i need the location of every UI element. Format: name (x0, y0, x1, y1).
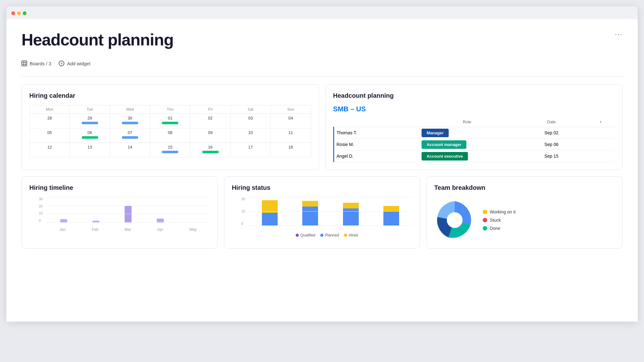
status-title: Hiring status (232, 184, 412, 191)
calendar-title: Hiring calendar (29, 92, 311, 99)
team-breakdown-content: Working on it Stuck Done (434, 197, 615, 241)
role-badge: Account manager (422, 140, 466, 149)
row-action (587, 139, 615, 150)
planned-dot (320, 234, 323, 237)
col-role: Role (418, 117, 516, 127)
cal-cell: 05 (30, 128, 70, 143)
cal-day-sun: Sun (271, 105, 311, 114)
headcount-table: Role Date + Thomas T. Manager Sep 02 (333, 117, 615, 162)
cal-cell: 17 (230, 143, 270, 157)
cal-cell: 13 (70, 143, 110, 157)
cal-cell: 02 (190, 114, 230, 128)
cal-cell: 12 (30, 143, 70, 157)
done-dot (483, 226, 487, 231)
legend-hired-label: Hired (349, 233, 358, 237)
working-label: Working on it (490, 209, 515, 214)
hired-bar (262, 200, 278, 213)
hired-bar (343, 203, 359, 208)
add-icon: + (59, 61, 64, 66)
x-label: Mar (125, 227, 131, 232)
svg-rect-1 (25, 62, 26, 63)
hiring-timeline-widget: Hiring timeline 30 20 10 0 (21, 176, 218, 248)
close-dot (11, 11, 15, 15)
cal-cell: 09 (190, 128, 230, 143)
legend-qualified: Qualified (296, 233, 315, 237)
legend-stuck: Stuck (483, 218, 515, 223)
timeline-chart: 30 20 10 0 (29, 197, 210, 232)
cal-day-thu: Thu (150, 105, 190, 114)
calendar-row: 05 06 07 08 09 10 11 (30, 128, 311, 143)
done-label: Done (490, 226, 500, 231)
cal-cell: 08 (150, 128, 190, 143)
svg-rect-3 (25, 64, 26, 65)
legend-working: Working on it (483, 209, 515, 214)
cal-cell: 11 (271, 128, 311, 143)
y-axis: 30 20 10 0 (39, 197, 43, 222)
date-cell: Sep 06 (516, 139, 587, 150)
planned-bar (383, 212, 399, 225)
add-widget-button[interactable]: + Add widget (59, 61, 90, 66)
x-label: Jan (60, 227, 66, 232)
x-axis: Jan Feb Mar Apr May (39, 227, 210, 232)
stuck-dot (483, 218, 487, 222)
y-label: 20 (39, 204, 43, 208)
status-legend: Qualified Planned Hired (241, 233, 412, 237)
role-badge: Account executive (422, 152, 468, 161)
cal-cell: 14 (110, 143, 150, 157)
role-badge: Manager (422, 129, 448, 137)
boards-icon (21, 61, 27, 66)
date-cell: Sep 02 (516, 127, 587, 139)
planned-bar (302, 207, 318, 225)
cal-cell: 07 (110, 128, 150, 143)
maximize-dot (23, 11, 27, 15)
timeline-title: Hiring timeline (29, 184, 210, 191)
cal-cell: 30 (110, 114, 150, 128)
legend-done: Done (483, 226, 515, 231)
boards-nav[interactable]: Boards / 3 (21, 61, 51, 66)
calendar-row: 28 29 30 01 02 03 04 (30, 114, 311, 128)
headcount-title: Headcount planning (333, 92, 615, 99)
hired-bar (383, 206, 399, 212)
calendar-row: 12 13 14 15 16 17 18 (30, 143, 311, 157)
y-label: 0 (39, 219, 43, 222)
y-axis: 20 10 0 (241, 197, 245, 225)
role-cell: Account manager (418, 139, 516, 150)
table-row: Thomas T. Manager Sep 02 (334, 127, 615, 139)
team-breakdown-title: Team breakdown (434, 184, 615, 191)
hiring-calendar-widget: Hiring calendar Mon Tue Wed Thu Fri Sat … (21, 84, 319, 170)
pie-center (447, 212, 463, 228)
x-label: May (189, 227, 197, 232)
planned-bar (262, 213, 278, 225)
qualified-dot (296, 234, 299, 237)
x-label: Feb (92, 227, 98, 232)
col-date: Date (516, 117, 587, 127)
person-name: Angel D. (334, 150, 418, 162)
cal-cell: 06 (70, 128, 110, 143)
table-row: Rosie M. Account manager Sep 06 (334, 139, 615, 150)
pie-chart (434, 200, 475, 241)
col-add[interactable]: + (587, 117, 615, 127)
divider (21, 76, 623, 77)
row-action (587, 150, 615, 162)
person-name: Thomas T. (334, 127, 418, 139)
add-widget-label: Add widget (67, 61, 90, 66)
cal-day-sat: Sat (230, 105, 270, 114)
cal-day-mon: Mon (30, 105, 70, 114)
legend-planned-label: Planned (325, 233, 339, 237)
chart-area (249, 197, 412, 225)
cal-cell: 18 (271, 143, 311, 157)
svg-rect-0 (23, 62, 24, 63)
more-options-button[interactable]: ··· (615, 30, 623, 38)
group-title: SMB – US (333, 105, 615, 113)
y-label: 30 (39, 197, 43, 201)
hired-dot (344, 234, 347, 237)
col-name (334, 117, 418, 127)
team-breakdown-widget: Team breakdown (426, 176, 623, 248)
chart-area (46, 197, 210, 222)
y-label: 10 (241, 209, 245, 213)
y-label: 0 (241, 222, 245, 225)
legend-planned: Planned (320, 233, 339, 237)
cal-cell: 01 (150, 114, 190, 128)
legend-hired: Hired (344, 233, 358, 237)
minimize-dot (17, 11, 21, 15)
